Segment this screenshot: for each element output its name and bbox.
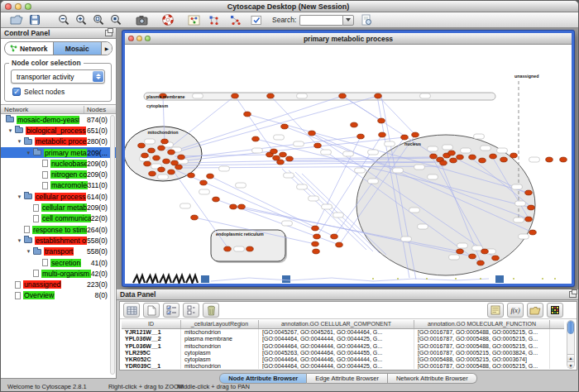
network-node[interactable]	[207, 174, 214, 179]
table-row[interactable]: YJR121W__1mitochondrion[GO:0045267, GO:0…	[122, 329, 564, 336]
network-node[interactable]	[560, 157, 567, 162]
network-node[interactable]	[490, 154, 497, 159]
table-column-header[interactable]: ID	[122, 320, 181, 328]
network-node[interactable]	[168, 150, 175, 155]
tree-item[interactable]: macromolecule311(0)	[1, 180, 116, 191]
network-node[interactable]	[312, 226, 319, 231]
network-node[interactable]	[448, 151, 456, 155]
open-session-button[interactable]	[8, 13, 24, 27]
network-node[interactable]	[500, 157, 508, 162]
network-node[interactable]	[510, 153, 518, 158]
network-node[interactable]	[191, 215, 199, 220]
search-dropdown-button[interactable]	[342, 15, 354, 26]
tree-item[interactable]: ▼primary metabolic209(...	[1, 147, 116, 158]
disclosure-triangle-icon[interactable]: ▼	[24, 249, 33, 254]
tab-network[interactable]: Network	[5, 42, 53, 55]
network-node[interactable]	[267, 93, 275, 98]
zoom-window-button[interactable]	[25, 3, 31, 10]
tree-item[interactable]: response to stimul264(0)	[1, 224, 116, 235]
network-node[interactable]	[401, 135, 409, 140]
network-node[interactable]	[161, 139, 169, 144]
network-node[interactable]	[270, 149, 278, 154]
advanced-search-button[interactable]	[358, 13, 374, 27]
minimize-button[interactable]	[15, 3, 22, 10]
network-node[interactable]	[230, 204, 237, 209]
tree-item[interactable]: Overview8(0)	[1, 290, 116, 301]
network-node[interactable]	[286, 156, 294, 161]
network-canvas[interactable]: plasma membranecytoplasmmitochondrionnuc…	[125, 45, 572, 284]
delete-attribute-button[interactable]	[203, 303, 219, 318]
network-node[interactable]	[149, 171, 156, 176]
tree-item[interactable]: mosaic-demo-yeast874(0)	[1, 114, 116, 125]
network-node[interactable]	[168, 170, 175, 174]
network-node[interactable]	[213, 197, 220, 202]
network-node[interactable]	[158, 167, 165, 172]
network-node[interactable]	[339, 93, 347, 98]
network-node[interactable]	[313, 234, 321, 239]
disclosure-triangle-icon[interactable]: ▼	[15, 238, 24, 243]
tree-item[interactable]: ▼transport558(0)	[1, 246, 116, 257]
table-row[interactable]: YPL036W__1mitochondrion[GO:0044464, GO:0…	[122, 343, 564, 350]
network-node[interactable]	[457, 155, 464, 160]
save-session-button[interactable]	[26, 13, 42, 27]
tree-column-network[interactable]: Network	[1, 106, 84, 113]
import-attributes-button[interactable]	[527, 303, 543, 318]
select-attributes-button[interactable]	[163, 303, 179, 318]
tree-item[interactable]: secretion41(0)	[1, 257, 116, 268]
scroll-down-button[interactable]: ▼	[567, 361, 574, 368]
network-node[interactable]	[351, 122, 358, 127]
float-panel-icon[interactable]	[569, 291, 577, 298]
new-attribute-button[interactable]	[143, 303, 160, 318]
network-node[interactable]	[280, 152, 287, 157]
table-row[interactable]: YPL036W__2plasma membrane[GO:0044464, GO…	[122, 336, 564, 342]
network-node[interactable]	[457, 249, 464, 254]
network-node[interactable]	[277, 160, 285, 165]
unselect-attributes-button[interactable]	[183, 303, 199, 318]
attribute-matrix-button[interactable]	[547, 303, 563, 318]
network-node[interactable]	[244, 112, 251, 117]
tree-scrollbar[interactable]	[110, 115, 115, 375]
network-node[interactable]	[309, 131, 316, 136]
network-node[interactable]	[188, 173, 195, 178]
network-node[interactable]	[440, 160, 447, 165]
close-button[interactable]	[5, 3, 12, 10]
network-node[interactable]	[430, 154, 438, 159]
network-node[interactable]	[224, 246, 232, 251]
help-button[interactable]	[160, 13, 175, 27]
zoom-selected-button[interactable]	[108, 13, 123, 27]
network-node[interactable]	[313, 249, 320, 254]
network-node[interactable]	[481, 249, 489, 254]
table-row[interactable]: YKR052Ccytoplasm[GO:0044464, GO:0044446,…	[122, 356, 564, 363]
network-node[interactable]	[379, 132, 386, 137]
network-node[interactable]	[246, 246, 254, 251]
tree-item[interactable]: ▼establishment of lo558(0)	[1, 235, 116, 246]
table-row[interactable]: YDR039C__1mitochondrion[GO:0044464, GO:0…	[122, 363, 564, 369]
float-panel-icon[interactable]	[105, 30, 112, 36]
tree-item[interactable]: ▼cellular process614(0)	[1, 191, 116, 202]
network-node[interactable]	[238, 204, 246, 209]
tree-item[interactable]: ▼biological_process651(0)	[1, 125, 116, 136]
tree-column-nodes[interactable]: Nodes	[84, 106, 116, 113]
table-row[interactable]: YLR295Ccytoplasm[GO:0045263, GO:0044464,…	[122, 350, 564, 356]
network-overview-button[interactable]	[186, 13, 202, 27]
scrollbar-thumb[interactable]	[567, 321, 574, 334]
zoom-out-button[interactable]	[55, 13, 71, 27]
network-node[interactable]	[450, 158, 457, 163]
network-node[interactable]	[331, 234, 338, 239]
tree-item[interactable]: ▼metabolic process280(0)	[1, 136, 116, 147]
network-node[interactable]	[412, 132, 419, 137]
network-node[interactable]	[525, 217, 533, 222]
tree-item[interactable]: nitrogen compo209(0)	[1, 169, 116, 179]
select-nodes-checkbox[interactable]: ✓	[12, 88, 21, 96]
network-node[interactable]	[138, 143, 146, 148]
disclosure-triangle-icon[interactable]: ▼	[15, 139, 24, 144]
tree-item[interactable]: unassigned223(0)	[1, 279, 116, 289]
network-node[interactable]	[200, 180, 208, 185]
node-color-dropdown[interactable]: transporter activity	[11, 69, 105, 84]
select-mode-button[interactable]	[248, 13, 264, 27]
network-node[interactable]	[528, 205, 535, 210]
network-node[interactable]	[492, 256, 500, 261]
disclosure-triangle-icon[interactable]: ▼	[15, 194, 24, 199]
attribute-editor-button[interactable]	[487, 303, 504, 318]
tree-item[interactable]: multi-organism pro42(0)	[1, 268, 116, 279]
